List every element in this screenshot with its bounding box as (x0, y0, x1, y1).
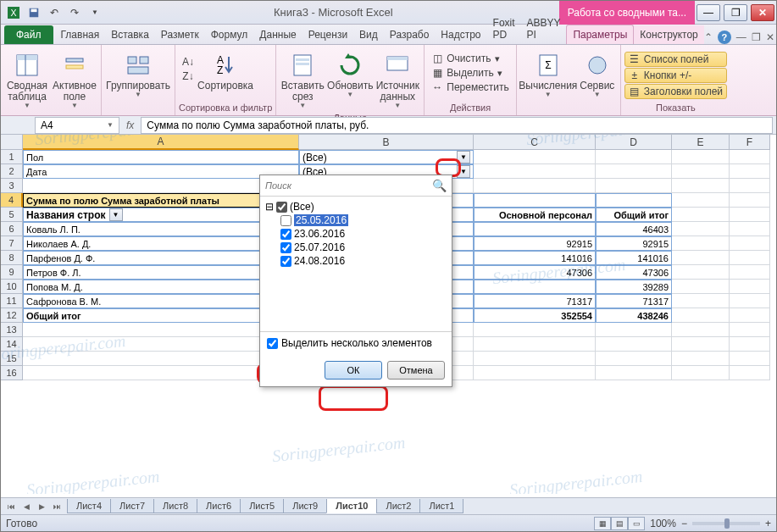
row-header[interactable]: 12 (1, 308, 23, 323)
select-all-corner[interactable] (1, 135, 23, 150)
sheet-tab-active[interactable]: Лист10 (326, 499, 377, 513)
cell[interactable]: 352554 (474, 308, 596, 323)
multi-select-checkbox[interactable] (267, 338, 278, 349)
cell[interactable] (474, 323, 596, 337)
cell[interactable] (672, 222, 730, 236)
cell[interactable] (730, 179, 770, 193)
cell[interactable] (596, 150, 672, 164)
row-header[interactable]: 10 (1, 280, 23, 294)
cell[interactable] (672, 208, 730, 222)
pivot-table-button[interactable]: Сводная таблица▼ (4, 50, 50, 112)
tree-item[interactable]: 24.08.2016 (265, 254, 447, 268)
tab-layout[interactable]: Разметк (155, 25, 205, 44)
cell[interactable]: 47306 (596, 265, 672, 280)
cell[interactable] (730, 352, 770, 366)
row-header[interactable]: 13 (1, 323, 23, 337)
insert-slicer-button[interactable]: Вставить срез▼ (280, 50, 325, 112)
cell[interactable]: 141016 (596, 251, 672, 265)
cell[interactable] (672, 294, 730, 308)
row-header[interactable]: 5 (1, 208, 23, 222)
cell[interactable] (730, 265, 770, 280)
sheet-tab[interactable]: Лист1 (419, 499, 463, 513)
cell[interactable] (596, 179, 672, 193)
cell[interactable] (730, 208, 770, 222)
tree-item[interactable]: 23.06.2016 (265, 227, 447, 241)
close-button[interactable]: ✕ (751, 4, 774, 21)
search-icon[interactable]: 🔍 (432, 179, 447, 192)
cell-selected[interactable]: Сумма по полю Сумма заработной платы (23, 193, 299, 208)
multi-select-row[interactable]: Выделить несколько элементов (260, 332, 452, 354)
name-box[interactable]: A4▼ (35, 117, 119, 134)
redo-icon[interactable]: ↷ (65, 3, 84, 22)
ok-button[interactable]: ОК (325, 361, 382, 380)
cell[interactable] (672, 366, 730, 380)
cell[interactable] (474, 179, 596, 193)
tab-formulas[interactable]: Формул (205, 25, 254, 44)
row-header[interactable]: 14 (1, 337, 23, 352)
cell[interactable] (730, 164, 770, 179)
cell[interactable]: Названия строк▼ (23, 208, 299, 222)
cell[interactable]: Пол (23, 150, 299, 164)
tab-design[interactable]: Конструктор (634, 25, 703, 44)
tools-button[interactable]: Сервис▼ (578, 50, 617, 101)
col-header-a[interactable]: A (23, 135, 299, 150)
cell[interactable] (474, 222, 596, 236)
help-icon[interactable]: ? (718, 30, 731, 44)
filter-dropdown-icon[interactable]: ▼ (457, 165, 470, 178)
col-header-e[interactable]: E (672, 135, 730, 150)
cell[interactable] (474, 352, 596, 366)
excel-icon[interactable]: X (4, 3, 23, 22)
cell[interactable] (730, 150, 770, 164)
fx-icon[interactable]: fx (119, 119, 141, 131)
sheet-tab[interactable]: Лист9 (283, 499, 327, 513)
calculations-button[interactable]: Σ Вычисления▼ (520, 50, 576, 101)
cell[interactable] (672, 352, 730, 366)
cell[interactable] (730, 280, 770, 294)
cell[interactable] (730, 323, 770, 337)
cell[interactable] (474, 366, 596, 380)
cell[interactable] (730, 236, 770, 251)
tree-item[interactable]: 25.05.2016 (265, 213, 447, 227)
zoom-in-icon[interactable]: + (765, 518, 771, 529)
tab-options[interactable]: Параметры (566, 25, 634, 44)
row-header[interactable]: 4 (1, 193, 23, 208)
refresh-button[interactable]: Обновить▼ (327, 50, 373, 101)
tab-foxit[interactable]: Foxit PD (487, 14, 521, 44)
cell[interactable] (672, 337, 730, 352)
cell[interactable]: Основной персонал (474, 208, 596, 222)
cell[interactable] (596, 366, 672, 380)
maximize-button[interactable]: ❐ (724, 4, 747, 21)
cell[interactable]: 71317 (474, 294, 596, 308)
workbook-close-icon[interactable]: ✕ (766, 31, 774, 43)
cell[interactable] (474, 164, 596, 179)
workbook-minimize-icon[interactable]: ― (736, 31, 746, 43)
cell[interactable] (672, 179, 730, 193)
tree-item[interactable]: 25.07.2016 (265, 241, 447, 254)
expand-icon[interactable]: ⊟ (265, 201, 274, 213)
cell[interactable]: Общий итог (596, 208, 672, 222)
normal-view-icon[interactable]: ▦ (594, 517, 611, 530)
row-header[interactable]: 15 (1, 352, 23, 366)
cell[interactable] (672, 265, 730, 280)
cell[interactable] (596, 323, 672, 337)
tab-home[interactable]: Главная (55, 25, 106, 44)
row-header[interactable]: 9 (1, 265, 23, 280)
cell[interactable] (672, 251, 730, 265)
undo-icon[interactable]: ↶ (45, 3, 64, 22)
cell[interactable]: Петров Ф. Л. (23, 265, 299, 280)
col-header-c[interactable]: C (474, 135, 596, 150)
zoom-out-icon[interactable]: − (681, 518, 687, 529)
sort-az-button[interactable]: A↓ (179, 55, 197, 69)
cell[interactable]: 47306 (474, 265, 596, 280)
row-header[interactable]: 3 (1, 179, 23, 193)
sheet-tab[interactable]: Лист6 (197, 499, 241, 513)
sheet-tab[interactable]: Лист4 (67, 499, 111, 513)
sheet-tab[interactable]: Лист2 (376, 499, 420, 513)
tab-view[interactable]: Вид (353, 25, 384, 44)
cell[interactable]: Николаев А. Д. (23, 236, 299, 251)
cell[interactable] (474, 280, 596, 294)
cell[interactable] (730, 337, 770, 352)
cell[interactable] (672, 308, 730, 323)
cell[interactable]: Общий итог (23, 308, 299, 323)
cancel-button[interactable]: Отмена (387, 361, 445, 380)
